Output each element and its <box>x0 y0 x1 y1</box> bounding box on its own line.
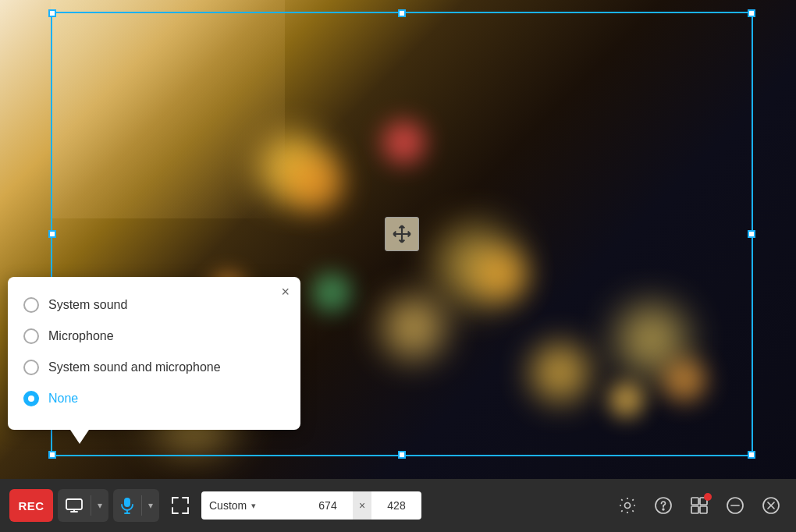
minimize-button[interactable] <box>720 490 751 521</box>
mic-dropdown-button[interactable]: ▾ <box>142 489 159 522</box>
handle-middle-right[interactable] <box>748 230 755 238</box>
radio-microphone[interactable] <box>23 328 39 344</box>
option-system-sound-label: System sound <box>48 298 127 312</box>
svg-rect-5 <box>691 498 698 505</box>
expand-button[interactable] <box>164 489 197 522</box>
help-button[interactable] <box>648 490 679 521</box>
svg-point-2 <box>625 503 631 509</box>
screen-capture-button[interactable] <box>58 489 91 522</box>
svg-point-4 <box>663 509 664 510</box>
handle-top-left[interactable] <box>48 9 56 17</box>
option-system-and-mic-label: System sound and microphone <box>48 360 221 374</box>
svg-rect-7 <box>691 506 698 513</box>
preset-dropdown[interactable]: Custom ▾ <box>201 491 303 520</box>
svg-rect-8 <box>700 506 707 513</box>
svg-rect-0 <box>66 499 82 509</box>
option-none-label: None <box>48 392 78 406</box>
popup-close-button[interactable]: × <box>281 285 290 299</box>
svg-rect-1 <box>124 498 130 507</box>
close-button[interactable] <box>755 490 787 521</box>
notification-badge <box>704 493 712 501</box>
handle-top-right[interactable] <box>748 9 755 17</box>
option-microphone[interactable]: Microphone <box>23 321 285 352</box>
width-input[interactable] <box>303 491 353 520</box>
toolbar: REC ▾ ▾ <box>0 479 796 532</box>
radio-system-sound[interactable] <box>23 297 39 313</box>
rec-label: REC <box>18 499 44 512</box>
screen-chevron-icon: ▾ <box>98 500 102 511</box>
option-microphone-label: Microphone <box>48 329 114 343</box>
dimension-separator: × <box>353 491 371 520</box>
height-input[interactable] <box>371 491 421 520</box>
handle-bottom-center[interactable] <box>398 451 406 459</box>
option-none[interactable]: None <box>23 383 285 414</box>
microphone-button[interactable] <box>113 489 141 522</box>
mic-chevron-icon: ▾ <box>148 500 153 511</box>
dimension-controls: Custom ▾ × <box>201 491 421 520</box>
preset-arrow-icon: ▾ <box>251 501 256 511</box>
option-system-sound[interactable]: System sound <box>23 289 285 321</box>
preset-label: Custom <box>209 499 247 512</box>
move-handle[interactable] <box>385 217 419 251</box>
microphone-group: ▾ <box>113 489 159 522</box>
screen-dropdown-button[interactable]: ▾ <box>91 489 108 522</box>
handle-bottom-right[interactable] <box>748 451 755 459</box>
radio-system-and-mic[interactable] <box>23 360 39 375</box>
handle-middle-left[interactable] <box>48 230 56 238</box>
handle-bottom-left[interactable] <box>48 451 56 459</box>
rec-button[interactable]: REC <box>9 489 53 522</box>
option-system-and-mic[interactable]: System sound and microphone <box>23 352 285 383</box>
audio-popup: × System sound Microphone System sound a… <box>8 277 300 430</box>
radio-none[interactable] <box>23 391 39 406</box>
handle-top-center[interactable] <box>398 9 406 17</box>
screen-capture-group: ▾ <box>58 489 108 522</box>
layout-button[interactable] <box>684 490 715 521</box>
settings-button[interactable] <box>612 490 643 521</box>
